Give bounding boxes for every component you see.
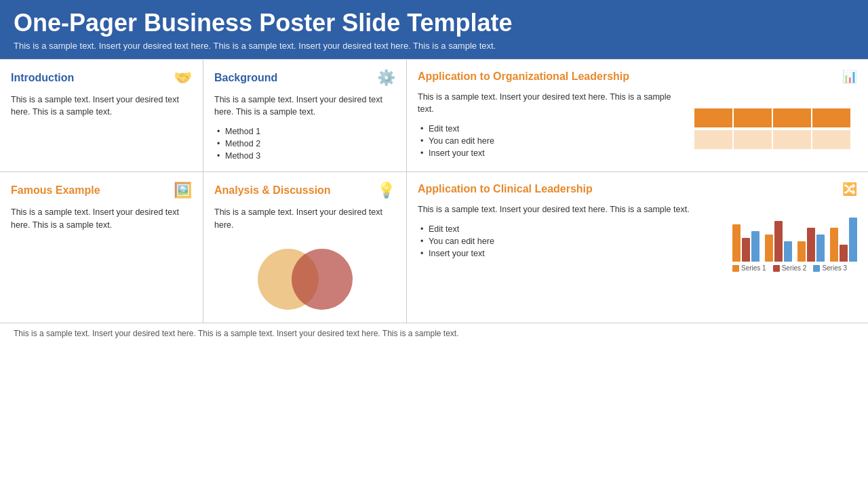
legend-series1: Series 1: [732, 264, 766, 272]
hbar-seg: [694, 108, 732, 127]
famous-example-title-row: Famous Example 🖼️: [11, 182, 192, 199]
clinical-leadership-left: This is a sample text. Insert your desir…: [418, 203, 690, 260]
legend-label-s2: Series 2: [782, 264, 807, 272]
hbar-seg: [812, 108, 850, 127]
list-item: Method 3: [214, 150, 395, 162]
hbar-seg: [773, 130, 811, 149]
clinical-leadership-title-row: Application to Clinical Leadership 🔀: [418, 182, 857, 197]
legend-label-s3: Series 3: [822, 264, 847, 272]
list-item: Method 1: [214, 125, 395, 138]
legend-label-s1: Series 1: [741, 264, 766, 272]
legend-dot-s1: [732, 265, 739, 272]
bar-group-4: [830, 218, 857, 262]
org-leadership-cell: Application to Organizational Leadership…: [407, 60, 868, 173]
header: One-Pager Business Poster Slide Template…: [0, 0, 868, 59]
bar-group-3: [797, 228, 825, 262]
list-item: You can edit here: [418, 235, 690, 247]
lightbulb-icon: 💡: [377, 182, 395, 199]
famous-example-text: This is a sample text. Insert your desir…: [11, 206, 192, 232]
org-leadership-bullets: Edit text You can edit here Insert your …: [418, 123, 684, 159]
bar-s3: [784, 241, 792, 262]
main-grid: Introduction 🤝 This is a sample text. In…: [0, 59, 868, 323]
list-item: Edit text: [418, 223, 690, 235]
analysis-title-row: Analysis & Discussion 💡: [214, 182, 395, 199]
bar-s2: [774, 221, 783, 262]
introduction-title-row: Introduction 🤝: [11, 69, 192, 87]
background-title: Background: [214, 72, 277, 84]
legend-dot-s2: [773, 265, 780, 272]
page-title: One-Pager Business Poster Slide Template: [14, 9, 854, 37]
org-leadership-left: This is a sample text. Insert your desir…: [418, 91, 684, 160]
org-leadership-text: This is a sample text. Insert your desir…: [418, 91, 684, 117]
hbar-row-2: [694, 130, 857, 149]
clinical-leadership-cell: Application to Clinical Leadership 🔀 Thi…: [407, 172, 868, 323]
introduction-cell: Introduction 🤝 This is a sample text. In…: [0, 60, 203, 173]
org-leadership-chart: [694, 98, 857, 152]
list-item: Insert your text: [418, 247, 690, 260]
handshake-icon: 🤝: [174, 69, 192, 87]
hbar-seg: [694, 130, 732, 149]
clinical-leadership-content: This is a sample text. Insert your desir…: [418, 203, 857, 272]
background-title-row: Background ⚙️: [214, 69, 395, 87]
hbar-seg: [734, 108, 772, 127]
crosshairs-icon: 🔀: [842, 182, 857, 197]
bar-group-2: [765, 221, 792, 262]
list-item: You can edit here: [418, 135, 684, 147]
list-item: Method 2: [214, 138, 395, 150]
footer-text: This is a sample text. Insert your desir…: [14, 329, 459, 338]
legend-series2: Series 2: [773, 264, 807, 272]
horizontal-bar-chart: [694, 108, 857, 149]
bar-chart-icon: 📊: [842, 69, 857, 84]
introduction-text: This is a sample text. Insert your desir…: [11, 94, 192, 119]
hbar-seg: [812, 130, 850, 149]
chart-legend: Series 1 Series 2 Series 3: [732, 264, 857, 272]
famous-example-cell: Famous Example 🖼️ This is a sample text.…: [0, 172, 203, 323]
hbar-seg: [773, 108, 811, 127]
header-subtitle: This is a sample text. Insert your desir…: [14, 41, 854, 51]
analysis-cell: Analysis & Discussion 💡 This is a sample…: [203, 172, 407, 323]
analysis-title: Analysis & Discussion: [214, 184, 331, 197]
org-leadership-content: This is a sample text. Insert your desir…: [418, 91, 857, 160]
clinical-leadership-title: Application to Clinical Leadership: [418, 183, 593, 195]
footer: This is a sample text. Insert your desir…: [0, 323, 868, 344]
legend-series3: Series 3: [813, 264, 847, 272]
bar-s1: [765, 235, 773, 262]
org-leadership-title: Application to Organizational Leadership: [418, 70, 629, 83]
background-bullets: Method 1 Method 2 Method 3: [214, 125, 395, 162]
bar-s3: [816, 235, 825, 262]
background-text: This is a sample text. Insert your desir…: [214, 94, 395, 119]
org-leadership-title-row: Application to Organizational Leadership…: [418, 69, 857, 84]
clinical-leadership-bullets: Edit text You can edit here Insert your …: [418, 223, 690, 260]
bar-s3: [849, 218, 857, 262]
list-item: Insert your text: [418, 147, 684, 159]
legend-dot-s3: [813, 265, 820, 272]
analysis-text: This is a sample text. Insert your desir…: [214, 206, 395, 232]
bar-s1: [732, 224, 741, 262]
bar-group-1: [732, 224, 760, 262]
grouped-bar-chart-container: Series 1 Series 2 Series 3: [732, 207, 857, 272]
bar-s2: [840, 245, 848, 262]
hbar-seg: [734, 130, 772, 149]
bar-s1: [797, 241, 806, 262]
introduction-title: Introduction: [11, 72, 74, 84]
hbar-row-1: [694, 108, 857, 127]
famous-example-title: Famous Example: [11, 184, 100, 197]
clinical-leadership-text: This is a sample text. Insert your desir…: [418, 203, 690, 216]
bar-s1: [830, 228, 838, 262]
bar-s3: [751, 231, 760, 262]
grouped-bar-chart: [732, 214, 857, 262]
image-icon: 🖼️: [174, 182, 192, 199]
bar-s2: [742, 238, 750, 262]
venn-diagram: [214, 245, 395, 313]
list-item: Edit text: [418, 123, 684, 135]
gear-icon: ⚙️: [377, 69, 395, 87]
venn-circle-right: [292, 249, 353, 310]
bar-s2: [807, 228, 815, 262]
background-cell: Background ⚙️ This is a sample text. Ins…: [203, 60, 407, 173]
